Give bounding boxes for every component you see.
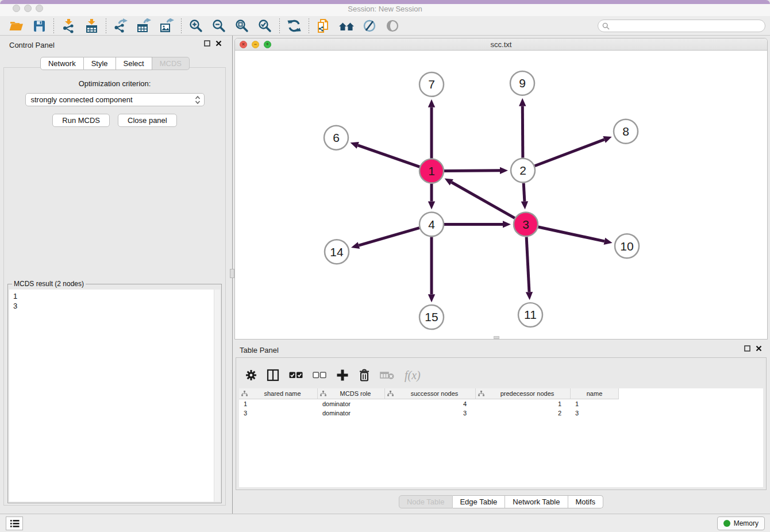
edge-3-11[interactable] [526, 237, 529, 292]
delete-columns-trash-icon[interactable] [359, 369, 370, 381]
canvas-scroll-grip[interactable] [494, 336, 499, 339]
mcds-result-area[interactable]: 1 3 [9, 290, 220, 502]
node-table[interactable]: shared nameMCDS rolesuccessor nodesprede… [239, 388, 763, 487]
run-mcds-button[interactable]: Run MCDS [52, 114, 110, 127]
app-window: Session: New Session [0, 0, 770, 532]
first-neighbors-button[interactable] [335, 17, 358, 34]
node-label-11: 11 [524, 308, 537, 321]
network-canvas[interactable]: 7968124314101511 [235, 51, 767, 339]
edge-4-14[interactable] [359, 228, 419, 246]
edge-1-2[interactable] [444, 171, 500, 171]
task-history-button[interactable] [6, 516, 23, 530]
network-minimize-button[interactable]: − [252, 41, 259, 48]
close-panel-icon[interactable] [756, 345, 762, 352]
tab-mcds[interactable]: MCDS [152, 57, 190, 70]
node-label-15: 15 [425, 310, 438, 323]
close-panel-icon[interactable] [215, 40, 222, 47]
table-row[interactable]: 3dominator323 [239, 408, 763, 418]
zoom-out-button[interactable] [207, 17, 230, 34]
cell-MCDS-role[interactable]: dominator [318, 408, 385, 418]
show-columns-icon[interactable] [267, 369, 279, 381]
node-label-9: 9 [519, 76, 526, 90]
network-close-button[interactable]: × [240, 41, 247, 48]
cell-predecessor-nodes[interactable]: 2 [476, 408, 571, 418]
table-body: 1dominator4113dominator323 [239, 399, 763, 418]
edge-3-1[interactable] [452, 182, 515, 218]
search-box[interactable] [598, 20, 765, 32]
eye-icon [385, 18, 400, 33]
import-table-button[interactable] [80, 17, 103, 34]
edge-1-6[interactable] [358, 145, 419, 167]
cell-name[interactable]: 1 [571, 399, 619, 408]
function-builder-icon[interactable]: f(x) [405, 369, 421, 382]
splitter-grip[interactable] [230, 269, 234, 278]
export-image-button[interactable] [155, 17, 178, 34]
table-row[interactable]: 1dominator411 [239, 399, 763, 408]
open-session-button[interactable] [5, 17, 28, 34]
edge-2-8[interactable] [535, 140, 605, 166]
edge-arrowhead [428, 201, 435, 209]
memory-button[interactable]: Memory [717, 516, 765, 530]
panel-splitter[interactable] [230, 36, 234, 514]
select-all-columns-icon[interactable] [289, 371, 303, 379]
save-session-button[interactable] [28, 17, 51, 34]
cell-name[interactable]: 3 [571, 408, 619, 418]
float-panel-icon[interactable] [744, 345, 750, 352]
cell-successor-nodes[interactable]: 3 [385, 408, 476, 418]
tab-motifs[interactable]: Motifs [568, 495, 603, 508]
zoom-fit-button[interactable] [230, 17, 253, 34]
status-bar: Memory [0, 514, 770, 532]
toolbar-separator [106, 18, 106, 33]
column-header-successor-nodes[interactable]: successor nodes [385, 388, 476, 399]
node-label-4: 4 [428, 218, 435, 231]
import-network-button[interactable] [57, 17, 80, 34]
float-panel-icon[interactable] [204, 40, 210, 47]
zoom-selected-button[interactable] [253, 17, 276, 34]
toolbar-separator [53, 18, 54, 33]
edge-arrowhead [519, 98, 526, 106]
search-input[interactable] [612, 22, 765, 30]
tab-network-table[interactable]: Network Table [505, 495, 568, 508]
apply-layout-button[interactable] [283, 17, 306, 34]
network-window: × − + scc.txt 7968124314101511 [234, 38, 768, 340]
export-network-button[interactable] [109, 17, 132, 34]
column-header-MCDS-role[interactable]: MCDS role [318, 388, 385, 399]
clone-network-button[interactable] [312, 17, 335, 34]
network-window-titlebar[interactable]: × − + scc.txt [235, 38, 767, 51]
tab-network[interactable]: Network [40, 57, 84, 70]
column-header-shared-name[interactable]: shared name [239, 388, 318, 399]
add-column-icon[interactable] [336, 369, 349, 381]
cell-successor-nodes[interactable]: 4 [385, 399, 476, 408]
cell-shared-name[interactable]: 1 [239, 399, 318, 408]
zoom-in-button[interactable] [184, 17, 207, 34]
result-scrollbar[interactable] [214, 290, 220, 502]
main-area: Control Panel NetworkStyleSelectMCDS Opt… [0, 36, 770, 514]
network-graph[interactable]: 7968124314101511 [235, 51, 767, 339]
houses-icon [338, 18, 355, 33]
edge-2-3[interactable] [523, 183, 525, 202]
delete-table-icon[interactable] [380, 370, 395, 380]
tab-style[interactable]: Style [84, 57, 116, 70]
memory-status-icon [723, 520, 730, 527]
tab-edge-table[interactable]: Edge Table [452, 495, 505, 508]
main-toolbar [0, 16, 770, 36]
column-header-predecessor-nodes[interactable]: predecessor nodes [476, 388, 571, 399]
list-icon [10, 519, 20, 528]
style-toggle-button[interactable] [358, 17, 381, 34]
deselect-all-columns-icon[interactable] [313, 371, 326, 379]
table-settings-gear-icon[interactable] [245, 369, 257, 381]
tab-node-table[interactable]: Node Table [399, 495, 453, 508]
tab-select[interactable]: Select [116, 57, 152, 70]
edge-3-10[interactable] [538, 227, 605, 241]
edge-2-9[interactable] [522, 106, 523, 158]
column-header-name[interactable]: name [571, 388, 619, 399]
cell-shared-name[interactable]: 3 [239, 408, 318, 418]
select-chevrons-icon [195, 95, 201, 105]
close-panel-button[interactable]: Close panel [118, 114, 177, 127]
criterion-select[interactable]: strongly connected component [25, 93, 205, 106]
cell-MCDS-role[interactable]: dominator [318, 399, 385, 408]
show-hide-button[interactable] [381, 17, 404, 34]
export-table-button[interactable] [132, 17, 155, 34]
network-maximize-button[interactable]: + [264, 41, 271, 48]
cell-predecessor-nodes[interactable]: 1 [476, 399, 571, 408]
